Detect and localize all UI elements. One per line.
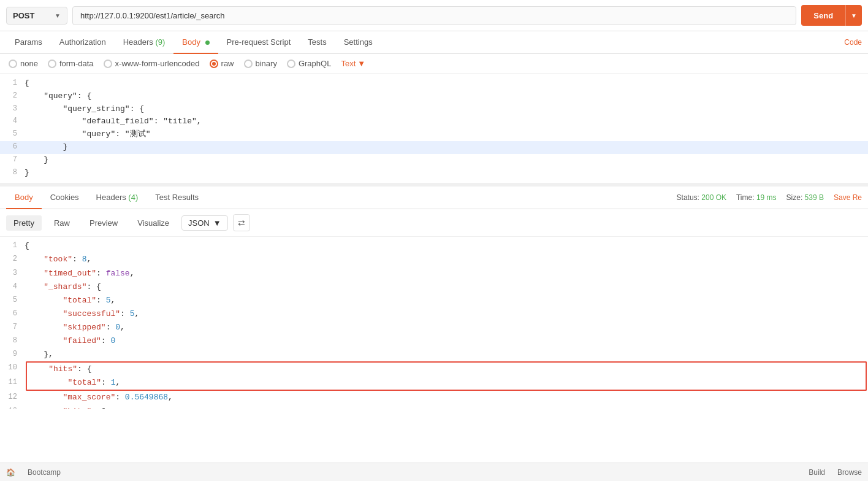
req-code-line-2: 2 "query": { xyxy=(0,90,868,103)
fmt-pretty[interactable]: Pretty xyxy=(6,215,42,231)
line-number: 5 xyxy=(0,294,25,306)
tab-body[interactable]: Body xyxy=(173,31,218,54)
line-content: }, xyxy=(25,348,868,361)
resp-code-line-6: 6 "successful": 5, xyxy=(0,307,868,321)
line-number: 1 xyxy=(0,77,25,89)
line-content: "max_score": 0.5649868, xyxy=(25,391,868,404)
radio-form-data xyxy=(48,60,56,68)
time-value: 19 ms xyxy=(756,193,777,202)
line-number: 1 xyxy=(0,239,25,252)
line-content: "took": 8, xyxy=(25,253,868,266)
line-number: 4 xyxy=(0,280,25,293)
line-content: "query": { xyxy=(25,90,868,103)
line-number: 13 xyxy=(0,405,25,409)
opt-binary[interactable]: binary xyxy=(244,59,277,68)
save-response-link[interactable]: Save Re xyxy=(834,193,862,202)
wrap-icon[interactable]: ⇄ xyxy=(233,214,250,231)
text-dropdown-arrow-icon: ▼ xyxy=(357,59,365,68)
line-content: "successful": 5, xyxy=(25,307,868,321)
line-number: 3 xyxy=(0,103,25,115)
opt-raw[interactable]: raw xyxy=(210,59,234,68)
fmt-visualize[interactable]: Visualize xyxy=(130,215,177,231)
resp-code-line-3: 3 "timed_out": false, xyxy=(0,267,868,280)
tab-headers[interactable]: Headers (9) xyxy=(115,31,174,54)
request-code-editor[interactable]: 1{2 "query": {3 "query_string": {4 "defa… xyxy=(0,74,868,187)
text-dropdown[interactable]: Text ▼ xyxy=(341,59,365,68)
response-meta: Status: 200 OK Time: 19 ms Size: 539 B S… xyxy=(677,193,862,202)
line-number: 4 xyxy=(0,115,25,127)
url-input[interactable] xyxy=(72,6,796,25)
req-code-line-3: 3 "query_string": { xyxy=(0,103,868,116)
send-label: Send xyxy=(801,5,846,26)
resp-tab-headers[interactable]: Headers (4) xyxy=(88,187,147,209)
line-content: "total": 5, xyxy=(25,294,868,307)
resp-code-line-12: 12 "max_score": 0.5649868, xyxy=(0,391,868,404)
code-link[interactable]: Code xyxy=(844,38,862,47)
resp-code-line-11: 11 "total": 1, xyxy=(0,376,868,391)
format-type-arrow-icon: ▼ xyxy=(213,218,221,228)
response-section: Body Cookies Headers (4) Test Results St… xyxy=(0,187,868,409)
req-code-line-8: 8} xyxy=(0,167,868,180)
resp-tab-cookies[interactable]: Cookies xyxy=(42,187,88,209)
line-content: } xyxy=(25,167,868,180)
line-content: "default_field": "title", xyxy=(25,115,868,128)
tab-params[interactable]: Params xyxy=(6,31,51,54)
tab-settings[interactable]: Settings xyxy=(335,31,381,54)
line-number: 9 xyxy=(0,348,25,360)
line-content: "hits": { xyxy=(26,361,867,376)
line-number: 6 xyxy=(0,141,25,153)
line-number: 12 xyxy=(0,391,25,403)
line-number: 8 xyxy=(0,167,25,179)
line-number: 7 xyxy=(0,321,25,333)
req-code-line-1: 1{ xyxy=(0,77,868,90)
resp-tab-test-results[interactable]: Test Results xyxy=(147,187,207,209)
line-content: "failed": 0 xyxy=(25,334,868,348)
resp-code-line-9: 9 }, xyxy=(0,348,868,361)
send-dropdown-arrow-icon[interactable]: ▼ xyxy=(846,5,862,26)
req-code-line-7: 7 } xyxy=(0,154,868,167)
url-bar: POST ▼ Send ▼ xyxy=(0,0,868,31)
opt-form-data[interactable]: form-data xyxy=(48,59,94,68)
resp-code-line-8: 8 "failed": 0 xyxy=(0,334,868,348)
resp-code-line-10: 10 "hits": { xyxy=(0,361,868,376)
line-content: } xyxy=(25,141,868,154)
resp-code-line-5: 5 "total": 5, xyxy=(0,294,868,307)
tab-tests[interactable]: Tests xyxy=(299,31,335,54)
method-select[interactable]: POST ▼ xyxy=(6,7,67,25)
resp-tab-body[interactable]: Body xyxy=(6,187,42,209)
fmt-preview[interactable]: Preview xyxy=(82,215,125,231)
resp-code-line-2: 2 "took": 8, xyxy=(0,253,868,266)
request-tabs: Params Authorization Headers (9) Body Pr… xyxy=(0,31,868,54)
line-content: "total": 1, xyxy=(26,376,867,391)
size-value: 539 B xyxy=(805,193,824,202)
body-options: none form-data x-www-form-urlencoded raw… xyxy=(0,54,868,74)
time-label: Time: 19 ms xyxy=(736,193,777,202)
fmt-raw[interactable]: Raw xyxy=(47,215,77,231)
line-content: "hits": [ xyxy=(25,405,868,409)
opt-urlencoded[interactable]: x-www-form-urlencoded xyxy=(104,59,200,68)
status-label: Status: 200 OK xyxy=(677,193,726,202)
response-code-area: 1{2 "took": 8,3 "timed_out": false,4 "_s… xyxy=(0,237,868,409)
format-type-select[interactable]: JSON ▼ xyxy=(181,215,228,231)
line-content: "skipped": 0, xyxy=(25,321,868,334)
line-content: "query": "测试" xyxy=(25,128,868,141)
resp-code-line-7: 7 "skipped": 0, xyxy=(0,321,868,334)
req-code-line-5: 5 "query": "测试" xyxy=(0,128,868,141)
tab-authorization[interactable]: Authorization xyxy=(51,31,115,54)
line-number: 2 xyxy=(0,90,25,102)
line-number: 10 xyxy=(0,361,25,374)
tab-prerequest[interactable]: Pre-request Script xyxy=(218,31,300,54)
method-label: POST xyxy=(13,11,34,20)
opt-none[interactable]: none xyxy=(9,59,38,68)
method-arrow-icon: ▼ xyxy=(55,12,61,19)
format-bar: Pretty Raw Preview Visualize JSON ▼ ⇄ xyxy=(0,209,868,237)
status-value: 200 OK xyxy=(701,193,726,202)
resp-code-line-4: 4 "_shards": { xyxy=(0,280,868,294)
line-number: 2 xyxy=(0,253,25,265)
radio-raw xyxy=(210,60,218,68)
opt-graphql[interactable]: GraphQL xyxy=(287,59,331,68)
send-button[interactable]: Send ▼ xyxy=(801,5,862,26)
line-content: { xyxy=(25,239,868,253)
line-content: } xyxy=(25,154,868,167)
line-number: 7 xyxy=(0,154,25,166)
